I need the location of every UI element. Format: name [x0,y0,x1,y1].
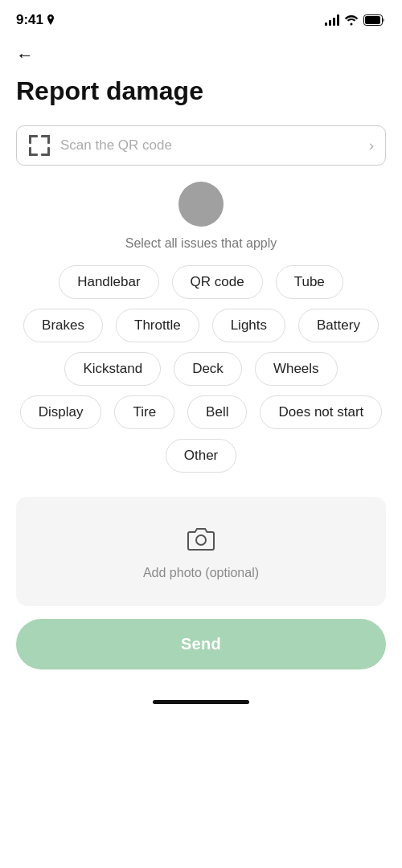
issue-tag-brakes[interactable]: Brakes [23,309,103,342]
issue-tag-kickstand[interactable]: Kickstand [64,352,161,386]
page-title: Report damage [16,76,386,106]
qr-scan-row[interactable]: Scan the QR code › [16,125,386,166]
nav-back[interactable]: ← [0,35,402,72]
issue-tag-lights[interactable]: Lights [212,309,285,342]
status-icons [325,14,386,26]
issue-tag-other[interactable]: Other [166,439,237,473]
battery-icon [363,14,386,26]
page-header: Report damage [0,72,402,119]
location-icon [47,14,55,26]
svg-rect-9 [47,147,50,156]
send-section: Send [0,619,402,689]
issue-tag-does-not-start[interactable]: Does not start [260,395,382,429]
issue-tag-throttle[interactable]: Throttle [116,309,199,342]
svg-rect-5 [47,135,50,144]
wifi-icon [344,14,359,26]
photo-label: Add photo (optional) [143,566,259,580]
issue-tag-handlebar[interactable]: Handlebar [59,265,158,299]
issue-tag-tire[interactable]: Tire [114,395,174,429]
home-indicator [0,689,402,710]
back-arrow-icon[interactable]: ← [16,45,34,66]
qr-scan-left: Scan the QR code [28,134,172,157]
issue-tag-qr-code[interactable]: QR code [172,265,263,299]
vehicle-circle [178,182,224,227]
svg-rect-1 [365,16,380,24]
issue-tag-tube[interactable]: Tube [276,265,343,299]
issue-tag-deck[interactable]: Deck [174,352,242,386]
issue-tag-display[interactable]: Display [20,395,102,429]
svg-point-10 [196,535,206,545]
qr-scan-icon [28,134,51,157]
svg-rect-3 [29,135,31,144]
select-label: Select all issues that apply [125,236,277,251]
qr-scan-text: Scan the QR code [60,137,172,154]
issues-section: HandlebarQR codeTubeBrakesThrottleLights… [0,257,402,481]
issue-tag-bell[interactable]: Bell [187,395,247,429]
home-bar [153,700,249,704]
status-bar: 9:41 [0,0,402,35]
status-time: 9:41 [16,12,55,28]
send-button[interactable]: Send [16,619,386,669]
photo-upload-section[interactable]: Add photo (optional) [16,497,386,606]
svg-rect-7 [29,147,31,156]
qr-chevron-icon: › [369,137,374,154]
signal-icon [325,14,339,26]
issue-tag-battery[interactable]: Battery [298,309,379,342]
issue-tag-wheels[interactable]: Wheels [255,352,338,386]
vehicle-section: Select all issues that apply [0,182,402,251]
camera-icon [185,522,217,558]
